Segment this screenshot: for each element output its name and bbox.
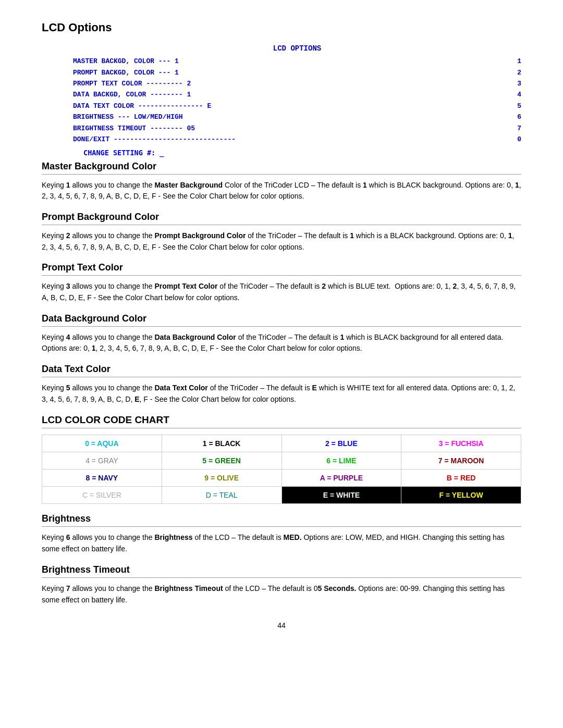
menu-item-4: DATA BACKGD, COLOR -------- 1 4 [73,89,521,100]
menu-item-2: PROMPT BACKGD, COLOR --- 1 2 [73,67,521,78]
heading-data-text-color: Data Text Color [42,364,521,377]
text-brightness-timeout: Keying 7 allows you to change the Bright… [42,583,521,606]
menu-item-0: DONE/EXIT ------------------------------… [73,134,521,145]
color-cell-red: B = RED [401,470,521,487]
menu-item-3: PROMPT TEXT COLOR --------- 2 3 [73,78,521,89]
color-chart-row-4: C = SILVER D = TEAL E = WHITE F = YELLOW [42,487,521,504]
color-chart-row-3: 8 = NAVY 9 = OLIVE A = PURPLE B = RED [42,470,521,487]
section-prompt-background-color: Prompt Background Color Keying 2 allows … [42,212,521,253]
color-cell-teal: D = TEAL [162,487,282,504]
menu-num-4: 4 [512,89,521,100]
section-prompt-text-color: Prompt Text Color Keying 3 allows you to… [42,262,521,303]
color-cell-gray: 4 = GRAY [42,452,162,470]
section-master-background-color: Master Background Color Keying 1 allows … [42,161,521,202]
lcd-menu: LCD OPTIONS MASTER BACKGD, COLOR --- 1 1… [42,43,521,145]
color-cell-fuchsia: 3 = FUCHSIA [401,435,521,452]
change-setting-label: CHANGE SETTING #: _ [42,149,521,157]
page-number: 44 [42,621,521,630]
color-cell-lime: 6 = LIME [282,452,401,470]
menu-label-6: BRIGHTNESS --- LOW/MED/HIGH [73,112,510,122]
menu-num-5: 5 [512,101,521,112]
menu-label-3: PROMPT TEXT COLOR --------- 2 [73,78,510,89]
menu-label-7: BRIGHTNESS TIMEOUT -------- 05 [73,123,510,134]
menu-num-1: 1 [512,56,521,67]
menu-num-2: 2 [512,67,521,78]
menu-item-7: BRIGHTNESS TIMEOUT -------- 05 7 [73,123,521,134]
color-cell-blue: 2 = BLUE [282,435,401,452]
heading-master-background-color: Master Background Color [42,161,521,175]
menu-item-1: MASTER BACKGD, COLOR --- 1 1 [73,56,521,67]
menu-label-4: DATA BACKGD, COLOR -------- 1 [73,89,510,100]
color-cell-maroon: 7 = MAROON [401,452,521,470]
color-cell-green: 5 = GREEN [162,452,282,470]
heading-prompt-background-color: Prompt Background Color [42,212,521,225]
menu-num-7: 7 [512,123,521,134]
menu-label-0: DONE/EXIT ------------------------------ [73,134,510,145]
heading-data-background-color: Data Background Color [42,313,521,327]
section-brightness-timeout: Brightness Timeout Keying 7 allows you t… [42,564,521,606]
color-cell-white: E = WHITE [282,487,401,504]
section-brightness: Brightness Keying 6 allows you to change… [42,513,521,554]
menu-num-6: 6 [512,112,521,122]
color-chart-row-1: 0 = AQUA 1 = BLACK 2 = BLUE 3 = FUCHSIA [42,435,521,452]
text-data-background-color: Keying 4 allows you to change the Data B… [42,332,521,354]
text-brightness: Keying 6 allows you to change the Bright… [42,532,521,554]
color-cell-navy: 8 = NAVY [42,470,162,487]
color-cell-black: 1 = BLACK [162,435,282,452]
menu-title: LCD OPTIONS [73,43,521,55]
menu-item-5: DATA TEXT COLOR ---------------- E 5 [73,101,521,112]
heading-brightness: Brightness [42,513,521,527]
color-chart-table: 0 = AQUA 1 = BLACK 2 = BLUE 3 = FUCHSIA … [42,435,521,504]
text-master-background-color: Keying 1 allows you to change the Master… [42,180,521,202]
color-cell-purple: A = PURPLE [282,470,401,487]
page-title: LCD Options [42,21,521,34]
menu-num-3: 3 [512,78,521,89]
text-prompt-background-color: Keying 2 allows you to change the Prompt… [42,230,521,253]
menu-label-5: DATA TEXT COLOR ---------------- E [73,101,510,112]
color-cell-silver: C = SILVER [42,487,162,504]
heading-brightness-timeout: Brightness Timeout [42,564,521,578]
section-data-background-color: Data Background Color Keying 4 allows yo… [42,313,521,354]
color-chart-title: LCD COLOR CODE CHART [42,414,521,428]
text-data-text-color: Keying 5 allows you to change the Data T… [42,382,521,405]
color-chart-row-2: 4 = GRAY 5 = GREEN 6 = LIME 7 = MAROON [42,452,521,470]
color-cell-olive: 9 = OLIVE [162,470,282,487]
menu-label-1: MASTER BACKGD, COLOR --- 1 [73,56,510,67]
color-cell-aqua: 0 = AQUA [42,435,162,452]
menu-label-2: PROMPT BACKGD, COLOR --- 1 [73,67,510,78]
color-cell-yellow: F = YELLOW [401,487,521,504]
section-data-text-color: Data Text Color Keying 5 allows you to c… [42,364,521,405]
menu-item-6: BRIGHTNESS --- LOW/MED/HIGH 6 [73,112,521,122]
section-color-chart: LCD COLOR CODE CHART 0 = AQUA 1 = BLACK … [42,414,521,504]
heading-prompt-text-color: Prompt Text Color [42,262,521,276]
text-prompt-text-color: Keying 3 allows you to change the Prompt… [42,281,521,303]
menu-num-0: 0 [512,134,521,145]
